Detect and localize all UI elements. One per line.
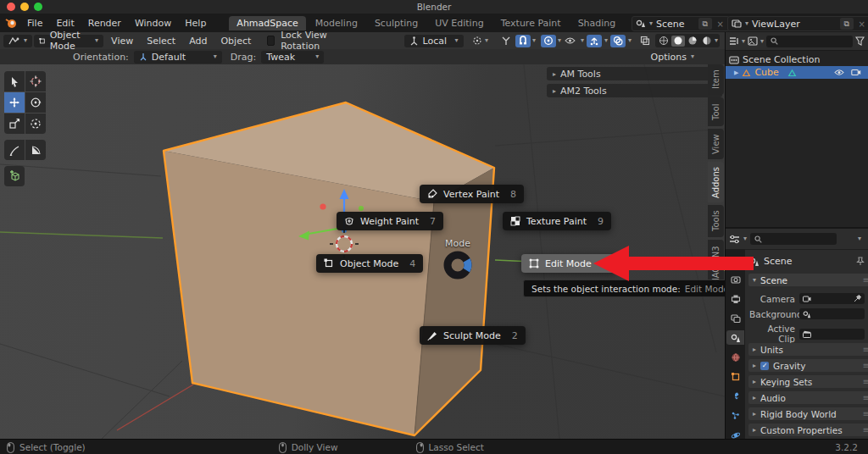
npanel-tab-tool[interactable]: Tool: [708, 97, 724, 126]
minimize-window-button[interactable]: [20, 3, 29, 11]
remove-viewlayer-icon[interactable]: ×: [857, 19, 867, 29]
tab-particle-properties[interactable]: [726, 408, 744, 423]
pivot-point-button[interactable]: [472, 35, 483, 47]
toggle-xray-button[interactable]: [637, 35, 653, 47]
drag-handle-icon[interactable]: ≡: [863, 345, 868, 354]
panel-gravity[interactable]: ▸ ✓ Gravity ≡: [748, 359, 868, 372]
workspace-tab-ahmadspace[interactable]: AhmadSpace: [229, 16, 305, 30]
chevron-down-icon[interactable]: ▾: [858, 235, 865, 242]
show-overlays-button[interactable]: [610, 35, 626, 47]
chevron-down-icon[interactable]: ▾: [760, 38, 764, 45]
hide-eye-icon[interactable]: [834, 69, 844, 76]
transform-orientation-dropdown[interactable]: Local ▾: [404, 35, 464, 47]
new-scene-button[interactable]: ⧉: [698, 18, 712, 30]
unlink-scene-icon[interactable]: ×: [715, 19, 726, 29]
rotate-tool[interactable]: [25, 92, 46, 113]
shading-solid-button[interactable]: [671, 36, 685, 47]
chevron-down-icon[interactable]: ▾: [532, 37, 536, 44]
menu-add[interactable]: Add: [183, 36, 213, 47]
tab-modifier-properties[interactable]: [726, 389, 744, 403]
pie-item-sculpt-mode[interactable]: Sculpt Mode 2: [420, 326, 526, 345]
panel-custom-properties[interactable]: ▸ Custom Properties ≡: [748, 424, 868, 436]
tab-output-properties[interactable]: [726, 291, 744, 306]
drag-handle-icon[interactable]: ≡: [863, 409, 868, 418]
tab-viewlayer-properties[interactable]: [726, 311, 744, 325]
drag-handle-icon[interactable]: ≡: [863, 393, 868, 402]
npanel-tab-item[interactable]: Item: [708, 64, 724, 95]
outliner-scene-collection-row[interactable]: Scene Collection: [726, 53, 868, 66]
lock-view-rotation-checkbox[interactable]: [267, 36, 275, 46]
new-viewlayer-button[interactable]: ⧉: [840, 18, 854, 30]
outliner-filter-mode-icon[interactable]: [729, 36, 739, 46]
npanel-am2-tools[interactable]: ▸ AM2 Tools ≡: [547, 84, 722, 97]
npanel-tab-view[interactable]: View: [708, 129, 724, 159]
npanel-tab-addons[interactable]: Addons: [708, 162, 724, 202]
shading-rendered-button[interactable]: [700, 36, 714, 47]
transform-tool[interactable]: [25, 114, 46, 134]
active-clip-field[interactable]: [799, 329, 865, 340]
orientation-default-dropdown[interactable]: Default ▾: [134, 51, 222, 64]
drag-handle-icon[interactable]: ≡: [863, 377, 868, 386]
background-set-field[interactable]: [799, 308, 865, 319]
drag-tweak-dropdown[interactable]: Tweak ▾: [261, 51, 324, 64]
menu-view[interactable]: View: [105, 36, 139, 47]
panel-keying-sets[interactable]: ▸ Keying Sets ≡: [748, 375, 868, 388]
pie-item-texture-paint[interactable]: Texture Paint 9: [503, 212, 611, 230]
drag-handle-icon[interactable]: ≡: [863, 425, 868, 435]
close-window-button[interactable]: [7, 3, 15, 11]
disable-render-camera-icon[interactable]: [851, 69, 861, 76]
blender-logo-icon[interactable]: [5, 17, 17, 29]
drag-handle-icon[interactable]: ≡: [863, 361, 868, 370]
zoom-window-button[interactable]: [34, 3, 42, 11]
gravity-checkbox[interactable]: ✓: [760, 362, 769, 370]
select-box-tool[interactable]: [4, 71, 25, 91]
pie-item-vertex-paint[interactable]: Vertex Paint 8: [420, 185, 524, 203]
camera-field[interactable]: [799, 293, 865, 304]
chevron-down-icon[interactable]: ▾: [558, 37, 561, 44]
shading-wireframe-button[interactable]: [657, 36, 670, 47]
options-dropdown[interactable]: Options ▾: [646, 51, 699, 64]
tab-scene-properties[interactable]: [726, 330, 744, 345]
editor-type-button[interactable]: ▾: [3, 35, 32, 47]
outliner-cube-row[interactable]: ▶ Cube: [726, 66, 868, 79]
show-object-types-button[interactable]: [563, 35, 578, 47]
menu-render[interactable]: Render: [81, 18, 128, 29]
npanel-am-tools[interactable]: ▸ AM Tools ≡: [547, 67, 722, 80]
add-cube-tool[interactable]: [4, 166, 25, 186]
outliner-search-input[interactable]: [766, 36, 853, 47]
properties-search-input[interactable]: [750, 233, 837, 245]
panel-divider[interactable]: [726, 227, 868, 229]
eyedropper-icon[interactable]: [854, 295, 861, 302]
snap-magnet-button[interactable]: [515, 35, 531, 47]
mode-dropdown[interactable]: Object Mode ▾: [34, 35, 103, 47]
workspace-tab-sculpting[interactable]: Sculpting: [367, 16, 426, 30]
measure-tool[interactable]: [25, 140, 46, 160]
chevron-down-icon[interactable]: ▾: [742, 38, 745, 45]
menu-edit[interactable]: Edit: [49, 18, 81, 29]
menu-object[interactable]: Object: [214, 36, 257, 47]
pie-item-weight-paint[interactable]: Weight Paint 7: [337, 212, 443, 230]
scene-panel-header[interactable]: ▾ Scene ≡: [748, 274, 868, 286]
panel-units[interactable]: ▸ Units ≡: [748, 343, 868, 356]
chevron-down-icon[interactable]: ▾: [604, 37, 608, 44]
chevron-down-icon[interactable]: ▾: [715, 37, 718, 44]
show-gizmo-button[interactable]: [587, 35, 602, 47]
panel-divider[interactable]: [725, 32, 726, 439]
tab-world-properties[interactable]: [726, 350, 744, 364]
outliner-display-mode-icon[interactable]: [748, 36, 758, 46]
viewlayer-selector[interactable]: ▾ ViewLayer ⧉ ×: [727, 16, 868, 31]
scale-tool[interactable]: [4, 114, 25, 134]
shading-material-button[interactable]: [686, 36, 699, 47]
annotate-tool[interactable]: [4, 140, 25, 160]
workspace-tab-shading[interactable]: Shading: [570, 16, 624, 30]
workspace-tab-modeling[interactable]: Modeling: [308, 16, 365, 30]
menu-help[interactable]: Help: [178, 18, 213, 29]
chevron-down-icon[interactable]: ▾: [628, 37, 632, 44]
panel-audio[interactable]: ▸ Audio ≡: [748, 391, 868, 404]
pin-icon[interactable]: [856, 257, 865, 266]
expand-icon[interactable]: ▶: [729, 69, 738, 76]
snap-target-button[interactable]: [498, 35, 514, 47]
pie-menu-ring[interactable]: [439, 246, 476, 284]
workspace-tab-texture-paint[interactable]: Texture Paint: [493, 16, 569, 30]
chevron-down-icon[interactable]: ▾: [581, 37, 584, 44]
